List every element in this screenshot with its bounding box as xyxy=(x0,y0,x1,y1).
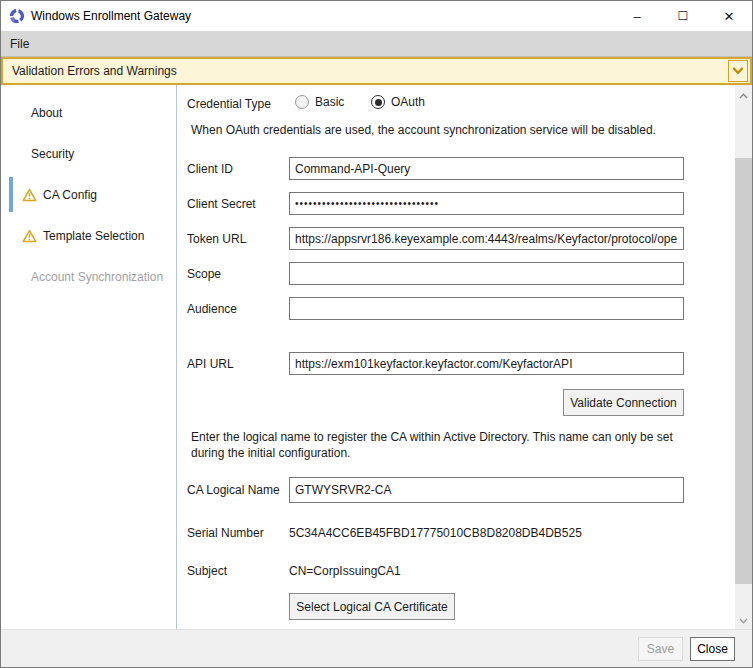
warning-icon xyxy=(22,188,37,202)
token-url-label: Token URL xyxy=(187,232,246,246)
footer-bar: Save Close xyxy=(1,629,752,667)
close-button[interactable]: Close xyxy=(690,637,735,661)
radio-basic-label: Basic xyxy=(315,95,344,109)
menu-bar: File xyxy=(1,31,752,57)
radio-oauth-label: OAuth xyxy=(391,95,425,109)
sidebar-item-label: About xyxy=(31,106,62,120)
menu-file[interactable]: File xyxy=(1,31,38,56)
minimize-button[interactable]: – xyxy=(614,1,660,31)
save-button: Save xyxy=(638,637,683,661)
serial-number-value: 5C34A4CC6EB45FBD17775010CB8D8208DB4DB525 xyxy=(289,526,582,540)
api-url-label: API URL xyxy=(187,357,234,371)
audience-label: Audience xyxy=(187,302,237,316)
banner-expand-button[interactable] xyxy=(728,60,748,82)
radio-oauth[interactable]: OAuth xyxy=(371,95,425,109)
oauth-note: When OAuth credentials are used, the acc… xyxy=(191,123,656,137)
title-bar: Windows Enrollment Gateway – ☐ ✕ xyxy=(1,1,752,31)
subject-label: Subject xyxy=(187,564,227,578)
sidebar-item-ca-config[interactable]: CA Config xyxy=(1,174,176,215)
select-logical-ca-certificate-button[interactable]: Select Logical CA Certificate xyxy=(289,593,455,620)
audience-input[interactable] xyxy=(289,297,684,320)
selection-indicator xyxy=(9,177,13,212)
validation-banner[interactable]: Validation Errors and Warnings xyxy=(1,57,752,85)
radio-oauth-circle[interactable] xyxy=(371,95,385,109)
sidebar-item-about[interactable]: About xyxy=(1,92,176,133)
app-icon xyxy=(9,8,25,24)
scroll-down-button[interactable] xyxy=(735,612,752,629)
app-window: Windows Enrollment Gateway – ☐ ✕ File Va… xyxy=(0,0,753,668)
ca-logical-name-input[interactable] xyxy=(289,477,684,503)
subject-value: CN=CorpIssuingCA1 xyxy=(289,564,401,578)
scope-input[interactable] xyxy=(289,262,684,285)
scrollbar-thumb[interactable] xyxy=(735,158,752,584)
radio-basic-circle[interactable] xyxy=(295,95,309,109)
credential-type-label: Credential Type xyxy=(187,97,271,111)
close-window-button[interactable]: ✕ xyxy=(706,1,752,31)
sidebar-item-account-synchronization: Account Synchronization xyxy=(1,256,176,297)
scope-label: Scope xyxy=(187,267,221,281)
client-id-label: Client ID xyxy=(187,162,233,176)
vertical-scrollbar[interactable] xyxy=(735,85,752,631)
sidebar-item-security[interactable]: Security xyxy=(1,133,176,174)
sidebar-item-template-selection[interactable]: Template Selection xyxy=(1,215,176,256)
ca-logical-name-note: Enter the logical name to register the C… xyxy=(191,429,693,461)
token-url-input[interactable] xyxy=(289,227,684,250)
chevron-up-icon xyxy=(739,93,748,99)
client-secret-input[interactable] xyxy=(289,192,684,215)
chevron-down-icon xyxy=(733,67,743,75)
validation-banner-text: Validation Errors and Warnings xyxy=(12,64,177,78)
chevron-down-icon xyxy=(739,618,748,624)
window-controls: – ☐ ✕ xyxy=(614,1,752,31)
ca-config-panel: Credential Type Basic OAuth When OAuth c… xyxy=(178,85,752,631)
main-area: About Security CA Config xyxy=(1,85,752,631)
sidebar-item-label: CA Config xyxy=(43,188,97,202)
ca-logical-name-label: CA Logical Name xyxy=(187,483,280,497)
sidebar: About Security CA Config xyxy=(1,85,177,631)
serial-number-label: Serial Number xyxy=(187,526,264,540)
validate-connection-button[interactable]: Validate Connection xyxy=(563,389,684,416)
warning-icon xyxy=(22,229,37,243)
client-id-input[interactable] xyxy=(289,157,684,180)
radio-basic[interactable]: Basic xyxy=(295,95,344,109)
sidebar-item-label: Template Selection xyxy=(43,229,144,243)
sidebar-item-label: Account Synchronization xyxy=(31,270,163,284)
api-url-input[interactable] xyxy=(289,352,684,375)
client-secret-label: Client Secret xyxy=(187,197,256,211)
sidebar-item-label: Security xyxy=(31,147,74,161)
window-title: Windows Enrollment Gateway xyxy=(31,9,191,23)
scroll-up-button[interactable] xyxy=(735,87,752,104)
maximize-button[interactable]: ☐ xyxy=(660,1,706,31)
